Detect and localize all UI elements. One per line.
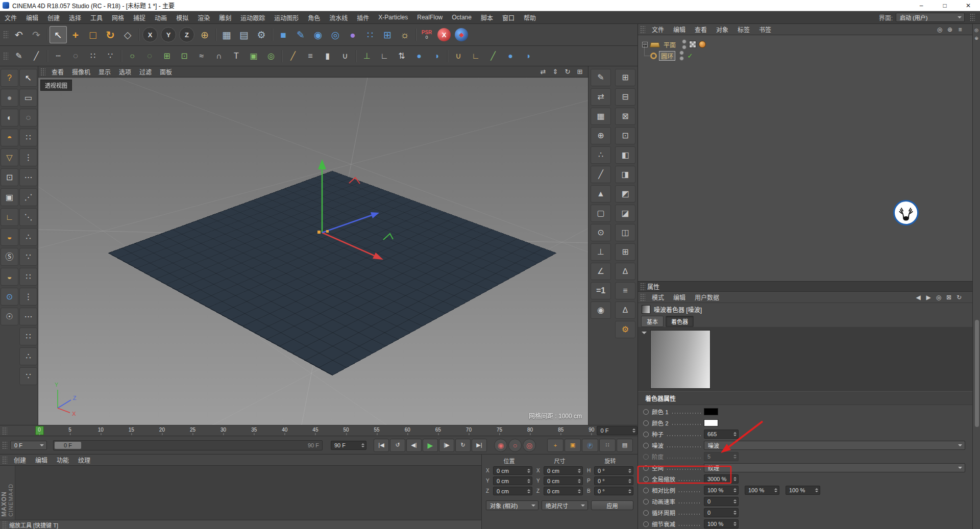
visibility-dots[interactable]: [679, 51, 684, 61]
timeline-tick[interactable]: 5: [68, 427, 71, 433]
relative-scale-y-field[interactable]: 100 %: [745, 486, 779, 495]
half-ball-tool[interactable]: ◓: [1, 129, 18, 146]
stepper[interactable]: [527, 488, 530, 495]
dock-grip[interactable]: [40, 68, 45, 76]
end-frame-field[interactable]: 90 F: [331, 441, 366, 450]
view-label[interactable]: 透视视图: [40, 80, 72, 91]
xparticles-plugin-button[interactable]: X: [437, 28, 451, 41]
dot-grid-m-tool[interactable]: ∵: [19, 367, 37, 385]
collapse-arrow-icon[interactable]: [642, 332, 647, 337]
material-menu-item[interactable]: 纹理: [74, 456, 95, 464]
om-menu-item[interactable]: 文件: [647, 25, 669, 34]
dock-grip[interactable]: [640, 293, 645, 301]
stepper[interactable]: [733, 475, 737, 483]
guide-tool[interactable]: ╱: [484, 48, 502, 64]
play-button[interactable]: ▶: [423, 439, 438, 452]
polygons-mode-button[interactable]: ▲: [591, 185, 611, 203]
render-settings-button[interactable]: ⚙: [253, 26, 270, 43]
timeline-tick[interactable]: 30: [220, 427, 226, 433]
scale-lock-button[interactable]: ▣: [565, 439, 581, 452]
workplane-button[interactable]: ∠: [591, 263, 611, 280]
stepper[interactable]: [578, 477, 581, 485]
menu-item[interactable]: RealFlow: [412, 14, 447, 21]
menu-item[interactable]: 流水线: [325, 13, 352, 22]
size-y-field[interactable]: 0 cm: [544, 476, 583, 485]
generators-button[interactable]: ◎: [327, 26, 344, 43]
stepper[interactable]: [632, 427, 635, 434]
keyframe-circle[interactable]: [643, 488, 649, 493]
snap-spline-button[interactable]: ◨: [615, 166, 635, 183]
dot-grid-k-tool[interactable]: ∷: [19, 328, 37, 345]
separator[interactable]: [354, 48, 358, 64]
record-options-button[interactable]: ◎: [523, 439, 536, 452]
spline-pen-button[interactable]: ✎: [292, 26, 309, 43]
frame-number-field[interactable]: 0 F: [597, 426, 638, 435]
viewport-solo-button[interactable]: ◉: [591, 301, 611, 319]
magnet-lock-tool[interactable]: ⊙: [1, 288, 18, 306]
size-z-field[interactable]: 0 cm: [544, 487, 583, 495]
psr-plugin-button[interactable]: PSR 0: [418, 26, 435, 43]
viewport-menu-item[interactable]: 面板: [156, 67, 176, 76]
live-selection-tool[interactable]: ↖: [50, 26, 67, 43]
gold-bucket-tool[interactable]: ◒: [1, 268, 18, 286]
object-row-plane[interactable]: 平面: [642, 39, 706, 49]
om-menu-item[interactable]: 标签: [733, 25, 754, 34]
subdivision-surface-button[interactable]: ◉: [309, 26, 327, 43]
dock-grip[interactable]: [2, 521, 7, 529]
angle-ruler-tool[interactable]: ∟: [1, 208, 18, 226]
keyframe-circle[interactable]: [643, 510, 649, 516]
edge-move-icon[interactable]: ⊕: [973, 35, 980, 42]
stepper[interactable]: [578, 467, 581, 474]
zoom-view-button[interactable]: ⇕: [549, 67, 561, 77]
snap-enable-button[interactable]: ⊞: [615, 69, 635, 86]
attribute-menu-item[interactable]: 模式: [647, 293, 669, 301]
next-frame-button[interactable]: |▶: [439, 439, 454, 452]
extrude-tool[interactable]: ▣: [245, 48, 262, 64]
relative-scale-x-field[interactable]: 100 %: [704, 486, 739, 495]
undo-button[interactable]: ↶: [10, 26, 28, 43]
sphere-shade-tool[interactable]: ●: [1, 89, 18, 107]
scale-tool[interactable]: □: [84, 26, 102, 43]
stepper[interactable]: [733, 520, 737, 527]
quantize-button[interactable]: ⊞: [615, 243, 635, 261]
layer-solo-button[interactable]: =1: [591, 282, 611, 299]
viewport-menu-item[interactable]: 选项: [115, 67, 135, 76]
dot-grid-f-tool[interactable]: ∴: [19, 228, 37, 246]
clock-tool[interactable]: ◑: [519, 48, 536, 64]
box-tool[interactable]: ▣: [1, 188, 18, 206]
timeline-tick[interactable]: 45: [312, 427, 318, 433]
dot-grid-i-tool[interactable]: ⋮: [19, 288, 37, 306]
anchor-mode-button[interactable]: ⊥: [591, 243, 611, 261]
separator[interactable]: [213, 26, 218, 43]
timeline-tick[interactable]: 10: [98, 427, 104, 433]
dock-grip[interactable]: [3, 31, 8, 39]
edges-mode-button[interactable]: ╱: [591, 166, 611, 183]
material-menu-item[interactable]: 功能: [52, 456, 74, 464]
object-row-ring[interactable]: 圆环 ✓: [650, 51, 694, 61]
coordinate-system-button[interactable]: ⊕: [196, 26, 213, 43]
cluster-tool[interactable]: ◌: [141, 48, 158, 64]
position-x-field[interactable]: 0 cm: [493, 466, 532, 475]
timeline-tick[interactable]: 55: [374, 427, 380, 433]
lock-z-axis-button[interactable]: Z: [179, 27, 194, 42]
timeline-tick[interactable]: 65: [435, 427, 441, 433]
lock-y-axis-button[interactable]: Y: [161, 27, 176, 42]
separator[interactable]: [45, 48, 50, 64]
om-target-icon[interactable]: ⊕: [945, 25, 955, 34]
polygon-shape-tool[interactable]: ▽: [1, 148, 18, 166]
om-menu-item[interactable]: 对象: [712, 25, 733, 34]
menu-item[interactable]: 模拟: [172, 13, 193, 22]
deformers-button[interactable]: ●: [344, 26, 361, 43]
om-search-icon[interactable]: ◎: [935, 25, 945, 34]
dock-grip[interactable]: [3, 52, 8, 60]
menu-item[interactable]: 选择: [64, 13, 86, 22]
dotted-rect-tool[interactable]: ┄: [50, 48, 67, 64]
menu-item[interactable]: X-Particles: [374, 14, 412, 21]
timeline-tick[interactable]: 60: [405, 427, 410, 433]
hn-ball-tool[interactable]: ●: [502, 48, 519, 64]
menu-item[interactable]: 运动图形: [270, 13, 303, 22]
last-used-tool[interactable]: ◇: [119, 26, 136, 43]
close-button[interactable]: ✕: [957, 0, 980, 11]
separator[interactable]: [413, 26, 418, 43]
poly-cube-solid-tool[interactable]: ⊡: [176, 48, 193, 64]
